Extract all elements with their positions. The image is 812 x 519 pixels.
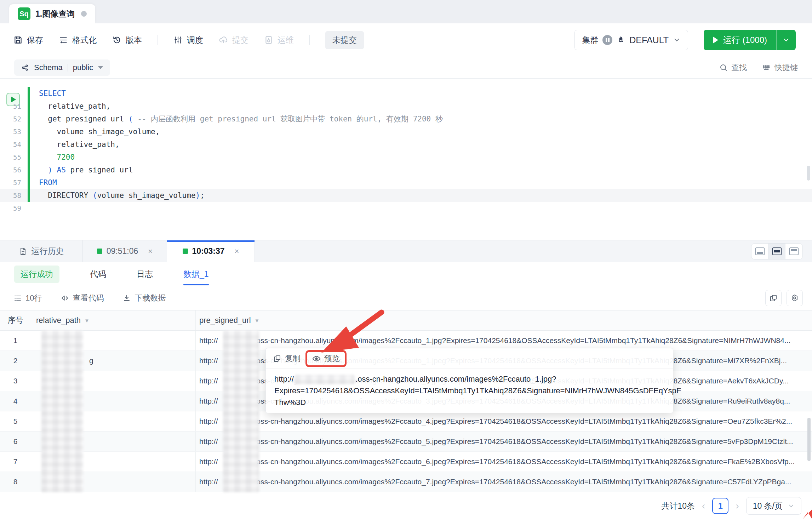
code-line-51[interactable]: 51 relative_path, bbox=[0, 100, 812, 113]
pre-signed-url-cell[interactable]: http://.oss-cn-hangzhou.aliyuncs.com/ima… bbox=[196, 472, 812, 492]
save-label: 保存 bbox=[27, 35, 43, 46]
code-line-54[interactable]: 54 relative_path, bbox=[0, 138, 812, 151]
schedule-button[interactable]: 调度 bbox=[173, 35, 203, 46]
keyboard-icon bbox=[762, 63, 771, 72]
code-text: get_presigned_url ( -- 内层函数利用 get_presig… bbox=[30, 114, 443, 124]
line-number: 53 bbox=[13, 128, 28, 136]
pre-signed-url-cell[interactable]: http://.oss-cn-hangzhou.aliyuncs.com/ima… bbox=[196, 432, 812, 451]
table-scrollbar[interactable] bbox=[807, 418, 811, 461]
copy-icon bbox=[769, 294, 778, 302]
table-row[interactable]: 6 http://.oss-cn-hangzhou.aliyuncs.com/i… bbox=[0, 432, 812, 452]
pre-signed-url-cell[interactable]: http://.oss-cn-hangzhou.aliyuncs.com/ima… bbox=[196, 452, 812, 472]
uncommitted-badge: 未提交 bbox=[325, 31, 364, 49]
code-text: volume sh_image_volume, bbox=[30, 127, 160, 136]
result-tab-time: 09:51:06 bbox=[107, 246, 138, 256]
submit-button[interactable]: 提交 bbox=[219, 35, 248, 46]
url-prefix: http:// bbox=[199, 377, 218, 385]
run-history-button[interactable]: 运行历史 bbox=[0, 240, 83, 262]
gutter-cell: 56 bbox=[0, 166, 28, 174]
preview-url-button[interactable]: 预览 bbox=[312, 353, 340, 364]
history-doc-icon bbox=[19, 247, 27, 256]
close-icon[interactable]: × bbox=[235, 247, 239, 256]
ops-button[interactable]: 运维 bbox=[264, 35, 294, 46]
tab-log[interactable]: 日志 bbox=[137, 262, 153, 286]
version-button[interactable]: 版本 bbox=[112, 35, 142, 46]
layout-split-button[interactable] bbox=[768, 244, 785, 259]
url-preview-popover: 复制 预览 http://.oss-cn-hangzhou.aliyuncs.c… bbox=[265, 348, 673, 413]
file-tab[interactable]: Sq 1.图像查询 bbox=[9, 4, 95, 23]
code-line-53[interactable]: 53 volume sh_image_volume, bbox=[0, 125, 812, 138]
line-number: 52 bbox=[13, 115, 28, 123]
sort-icon[interactable]: ▼ bbox=[255, 318, 260, 324]
find-button[interactable]: 查找 bbox=[719, 62, 747, 73]
save-button[interactable]: 保存 bbox=[13, 35, 43, 46]
gutter-cell: 51 bbox=[0, 102, 28, 110]
header-index: 序号 bbox=[0, 310, 31, 330]
submit-label: 提交 bbox=[232, 35, 248, 46]
next-page-button[interactable]: › bbox=[736, 501, 739, 511]
code-line-50[interactable]: SELECT bbox=[0, 87, 812, 100]
copy-result-button[interactable] bbox=[765, 290, 782, 306]
schema-label: Schema bbox=[34, 63, 63, 72]
run-options-button[interactable] bbox=[777, 30, 796, 50]
close-icon[interactable]: × bbox=[148, 247, 153, 256]
editor-scrollbar[interactable] bbox=[807, 166, 810, 181]
table-row[interactable]: 5 http://.oss-cn-hangzhou.aliyuncs.com/i… bbox=[0, 411, 812, 432]
pre-signed-url-cell[interactable]: http://.oss-cn-hangzhou.aliyuncs.com/ima… bbox=[196, 411, 812, 431]
row-count: 10行 bbox=[13, 293, 42, 303]
line-number: 58 bbox=[13, 192, 28, 199]
code-line-57[interactable]: 57FROM bbox=[0, 176, 812, 189]
url-prefix: http:// bbox=[199, 336, 218, 345]
sql-editor[interactable]: SELECT51 relative_path,52 get_presigned_… bbox=[0, 79, 812, 240]
app-root: Sq 1.图像查询 保存 格式化 版本 调度 提交 运维 bbox=[0, 0, 812, 519]
ops-doc-icon bbox=[264, 35, 273, 45]
pre-signed-url-cell[interactable]: http://.oss-cn-hangzhou.aliyuncs.com/ima… bbox=[196, 331, 812, 350]
url-text: .oss-cn-hangzhou.aliyuncs.com/images%2Fc… bbox=[255, 336, 791, 345]
file-tab-title: 1.图像查询 bbox=[35, 8, 75, 19]
table-row[interactable]: 8 http://.oss-cn-hangzhou.aliyuncs.com/i… bbox=[0, 472, 812, 492]
run-button[interactable]: 运行 (1000) bbox=[704, 30, 796, 50]
schema-selector[interactable]: Schema public bbox=[14, 59, 110, 76]
cluster-value: DEFAULT bbox=[629, 35, 669, 45]
copy-url-button[interactable]: 复制 bbox=[273, 353, 301, 364]
page-size-select[interactable]: 10 条/页 bbox=[746, 497, 801, 515]
schedule-label: 调度 bbox=[187, 35, 203, 46]
layout-editor-max-button[interactable] bbox=[751, 244, 768, 259]
shortcuts-button[interactable]: 快捷键 bbox=[762, 62, 798, 73]
full-url-text: http://.oss-cn-hangzhou.aliyuncs.com/ima… bbox=[266, 369, 673, 412]
code-line-56[interactable]: 56 ) AS pre_signed_url bbox=[0, 164, 812, 176]
code-text: relative_path, bbox=[30, 140, 120, 149]
format-button[interactable]: 格式化 bbox=[59, 35, 97, 46]
data-toolbar: 10行 查看代码 下载数据 bbox=[0, 286, 812, 310]
search-icon bbox=[719, 63, 728, 72]
page-number[interactable]: 1 bbox=[712, 498, 728, 514]
line-number: 57 bbox=[13, 179, 28, 187]
header-pre-signed-url[interactable]: pre_signed_url▼ bbox=[196, 310, 812, 330]
code-line-58[interactable]: 58 DIRECTORY (volume sh_image_volume); bbox=[0, 189, 812, 202]
code-line-52[interactable]: 52 get_presigned_url ( -- 内层函数利用 get_pre… bbox=[0, 113, 812, 125]
layout-results-max-button[interactable] bbox=[785, 244, 802, 259]
view-code-button[interactable]: 查看代码 bbox=[61, 293, 104, 303]
tab-code[interactable]: 代码 bbox=[90, 262, 106, 286]
gutter-cell: 55 bbox=[0, 153, 28, 161]
sort-icon[interactable]: ▼ bbox=[84, 318, 90, 324]
download-data-button[interactable]: 下载数据 bbox=[122, 293, 166, 303]
result-tab-1[interactable]: 09:51:06 × bbox=[83, 240, 167, 262]
url-prefix: http:// bbox=[199, 417, 218, 426]
cluster-selector[interactable]: 集群 DEFAULT bbox=[574, 30, 688, 50]
row-index-cell: 5 bbox=[0, 411, 31, 431]
pause-status-icon bbox=[602, 35, 612, 45]
row-count-label: 10行 bbox=[25, 293, 42, 303]
format-label: 格式化 bbox=[72, 35, 97, 46]
header-relative-path[interactable]: relative_path▼ bbox=[31, 310, 196, 330]
row-index-cell: 3 bbox=[0, 371, 31, 391]
code-line-59[interactable]: 59 bbox=[0, 202, 812, 215]
table-row[interactable]: 7 http://.oss-cn-hangzhou.aliyuncs.com/i… bbox=[0, 452, 812, 472]
code-text: FROM bbox=[30, 178, 57, 187]
code-line-55[interactable]: 55 7200 bbox=[0, 151, 812, 164]
tab-data-1[interactable]: 数据_1 bbox=[183, 262, 209, 286]
code-text: ) AS pre_signed_url bbox=[30, 166, 133, 174]
result-tab-2[interactable]: 10:03:37 × bbox=[167, 240, 255, 262]
prev-page-button[interactable]: ‹ bbox=[702, 501, 705, 511]
settings-button[interactable] bbox=[787, 290, 803, 306]
